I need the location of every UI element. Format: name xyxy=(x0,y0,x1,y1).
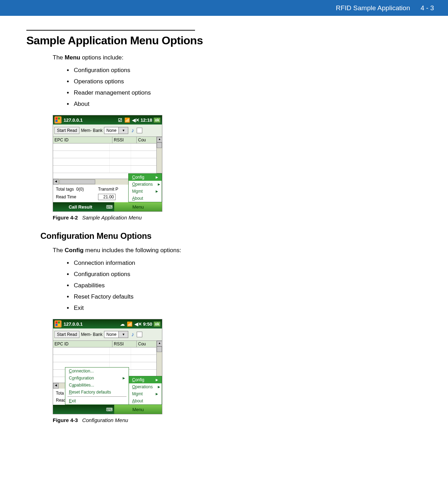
membank-label: Mem- Bank xyxy=(81,332,102,337)
list-item: Configuration options xyxy=(67,65,434,76)
soft-key-bar: Call Result ⌨ Menu xyxy=(53,202,162,211)
speaker-icon[interactable]: ◀✕ xyxy=(132,117,139,123)
section-heading: Sample Application Menu Options xyxy=(26,34,434,47)
chevron-right-icon: ▶ xyxy=(156,378,158,382)
keyboard-icon[interactable]: ⌨ xyxy=(104,407,114,412)
softkey-menu[interactable]: Menu xyxy=(114,202,162,211)
total-tags-label: Total tags 0(0) xyxy=(56,187,98,192)
submenu-connection[interactable]: Connection... xyxy=(65,368,129,375)
title-ip: 127.0.0.1 xyxy=(64,321,83,327)
menu-item-operations[interactable]: Operations▶ xyxy=(129,383,162,390)
menu-item-config[interactable]: Config▶ xyxy=(129,174,162,181)
col-epc[interactable]: EPC ID xyxy=(53,137,112,143)
svg-rect-4 xyxy=(56,321,58,324)
clock: 9:50 xyxy=(143,321,152,327)
list-item: Operations options xyxy=(67,76,434,87)
intro-text-2: The Config menu includes the following o… xyxy=(53,247,434,254)
menu-popup: Config▶ Operations▶ Mgmt▶ About xyxy=(128,376,162,405)
menu-item-mgmt[interactable]: Mgmt▶ xyxy=(129,390,162,397)
svg-rect-6 xyxy=(56,324,58,326)
chevron-right-icon: ▶ xyxy=(158,385,160,389)
chevron-right-icon: ▶ xyxy=(156,190,158,193)
menu-item-operations[interactable]: Operations▶ xyxy=(129,181,162,188)
chevron-right-icon: ▶ xyxy=(156,392,158,396)
signal-icon[interactable]: 📶 xyxy=(127,321,132,327)
signal-icon[interactable]: 📶 xyxy=(124,117,130,123)
ok-button[interactable]: ok xyxy=(154,117,161,123)
figure-caption: Figure 4-2Sample Application Menu xyxy=(53,215,434,221)
list-item: Capabilities xyxy=(67,280,434,291)
svg-rect-1 xyxy=(58,117,60,120)
speaker-icon[interactable]: ◀✕ xyxy=(135,321,142,327)
col-rssi[interactable]: RSSI xyxy=(112,137,137,143)
chevron-right-icon: ▶ xyxy=(158,183,160,186)
figure-caption: Figure 4-3Configuration Menu xyxy=(53,417,434,423)
col-rssi[interactable]: RSSI xyxy=(112,341,137,347)
header-page-number: 4 - 3 xyxy=(421,4,434,12)
transmit-value[interactable]: 21.00 xyxy=(98,194,116,200)
membank-label: Mem- Bank xyxy=(81,128,102,133)
submenu-reset[interactable]: Reset Factory defaults xyxy=(65,389,129,396)
checkbox[interactable] xyxy=(137,128,142,133)
list-item: Configuration options xyxy=(67,269,434,280)
device-screenshot-2: 127.0.0.1 ☁ 📶 ◀✕ 9:50 ok Start Read Mem-… xyxy=(53,319,162,414)
soft-key-bar: ⌨ Menu xyxy=(53,405,162,414)
toolbar: Start Read Mem- Bank None▼ ♪ xyxy=(53,124,162,137)
menu-separator xyxy=(67,396,126,397)
svg-rect-3 xyxy=(58,120,60,122)
connectivity-icon[interactable]: ☁ xyxy=(120,321,125,327)
menu-item-about[interactable]: About xyxy=(129,195,162,202)
softkey-left[interactable]: Call Result xyxy=(53,204,104,210)
col-epc[interactable]: EPC ID xyxy=(53,341,112,347)
svg-rect-0 xyxy=(56,117,58,120)
svg-rect-5 xyxy=(58,321,60,324)
todo-icon[interactable]: ☑ xyxy=(118,117,122,123)
chevron-right-icon: ▶ xyxy=(156,175,158,179)
menu-popup: Config▶ Operations▶ Mgmt▶ About xyxy=(128,173,162,202)
readtime-label: Read Time xyxy=(56,194,98,199)
clock: 12:18 xyxy=(141,117,152,123)
ok-button[interactable]: ok xyxy=(154,321,161,327)
window-titlebar: 127.0.0.1 ☁ 📶 ◀✕ 9:50 ok xyxy=(53,319,162,328)
menu-item-mgmt[interactable]: Mgmt▶ xyxy=(129,188,162,195)
list-item: Exit xyxy=(67,302,434,314)
config-submenu: Connection... Configuration▶ Capabilitie… xyxy=(65,367,129,405)
keyboard-icon[interactable]: ⌨ xyxy=(104,204,114,210)
device-screenshot-1: 127.0.0.1 ☑ 📶 ◀✕ 12:18 ok Start Read Mem… xyxy=(53,115,162,212)
windows-start-icon[interactable] xyxy=(54,116,61,123)
subsection-heading: Configuration Menu Options xyxy=(40,231,434,241)
softkey-menu[interactable]: Menu xyxy=(114,405,162,414)
chevron-right-icon: ▶ xyxy=(123,376,125,380)
chevron-down-icon[interactable]: ▼ xyxy=(118,331,128,338)
vertical-scrollbar[interactable]: ▲▼ xyxy=(156,137,162,179)
membank-combo[interactable]: None▼ xyxy=(104,331,129,338)
intro-text: The Menu options include: xyxy=(53,54,434,61)
svg-rect-2 xyxy=(56,120,58,122)
start-read-button[interactable]: Start Read xyxy=(54,331,79,338)
windows-start-icon[interactable] xyxy=(54,320,61,327)
list-item: Connection information xyxy=(67,257,434,269)
section-rule xyxy=(26,30,195,31)
menu-bullets: Configuration options Operations options… xyxy=(67,65,434,110)
window-titlebar: 127.0.0.1 ☑ 📶 ◀✕ 12:18 ok xyxy=(53,115,162,124)
title-ip: 127.0.0.1 xyxy=(64,117,83,123)
start-read-button[interactable]: Start Read xyxy=(54,127,79,134)
checkbox[interactable] xyxy=(137,332,142,337)
membank-combo[interactable]: None▼ xyxy=(104,127,129,134)
submenu-exit[interactable]: Exit xyxy=(65,397,129,404)
list-item: About xyxy=(67,98,434,110)
menu-item-about[interactable]: About xyxy=(129,397,162,404)
menu-item-config[interactable]: Config▶ xyxy=(129,376,162,383)
header-title: RFID Sample Application xyxy=(336,4,410,12)
svg-rect-7 xyxy=(58,324,60,326)
music-note-icon[interactable]: ♪ xyxy=(131,127,134,134)
page-header: RFID Sample Application 4 - 3 xyxy=(0,0,448,16)
chevron-down-icon[interactable]: ▼ xyxy=(118,127,128,134)
toolbar: Start Read Mem- Bank None▼ ♪ xyxy=(53,328,162,341)
list-item: Reset Factory defaults xyxy=(67,291,434,302)
tag-grid: EPC ID RSSI Cou ▲▼ xyxy=(53,137,162,179)
music-note-icon[interactable]: ♪ xyxy=(131,331,134,338)
submenu-capabilities[interactable]: Capabilities... xyxy=(65,382,129,389)
config-bullets: Connection information Configuration opt… xyxy=(67,257,434,314)
submenu-configuration[interactable]: Configuration▶ xyxy=(65,375,129,382)
